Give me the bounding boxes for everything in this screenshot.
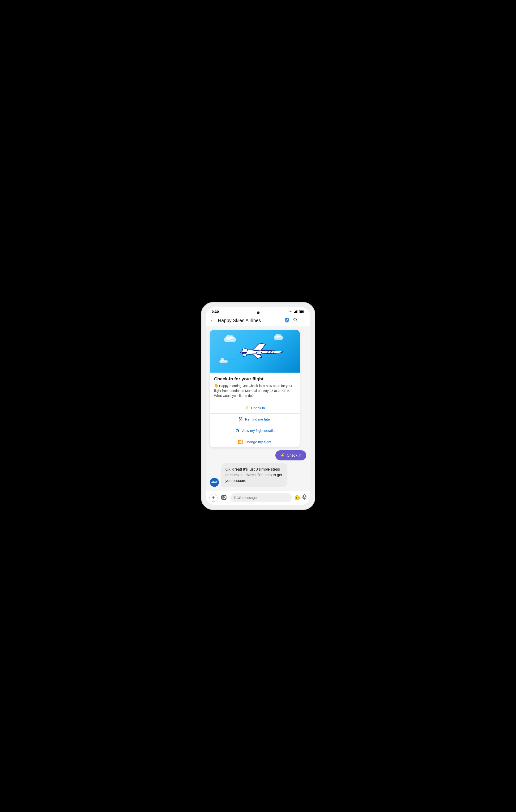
user-message-emoji: ⚡	[280, 453, 285, 458]
input-right-icons: 🙂	[294, 494, 307, 501]
user-message-text: Check in	[287, 453, 301, 458]
svg-rect-1	[295, 311, 296, 313]
remind-label: Remind me later	[245, 417, 271, 421]
back-button[interactable]: ←	[210, 318, 215, 324]
svg-point-12	[267, 351, 268, 352]
card-description: 👋 Happy morning, Jo! Check-in is now ope…	[214, 383, 295, 398]
svg-point-6	[293, 318, 296, 321]
svg-rect-0	[294, 312, 295, 313]
check-in-label: Check in	[251, 406, 265, 410]
more-options-icon[interactable]: ⋮	[302, 318, 306, 323]
attachment-button[interactable]	[220, 494, 228, 502]
svg-rect-3	[297, 310, 298, 313]
app-title: Happy Skies Airlines	[218, 318, 285, 323]
svg-rect-16	[222, 496, 224, 498]
svg-rect-19	[304, 495, 305, 498]
svg-rect-5	[300, 311, 303, 313]
add-button[interactable]: +	[209, 494, 218, 502]
svg-line-7	[296, 321, 297, 322]
svg-point-14	[273, 351, 275, 352]
check-in-emoji: ⚡	[245, 406, 249, 410]
airplane-image	[224, 340, 286, 363]
card-body: Check-in for your flight 👋 Happy morning…	[210, 373, 300, 402]
remind-action[interactable]: ⏰ Remind me later	[210, 414, 300, 425]
svg-point-11	[256, 352, 262, 355]
input-bar: + 🙂	[206, 491, 310, 505]
rich-card: Check-in for your flight 👋 Happy morning…	[210, 330, 300, 447]
view-flight-action[interactable]: ✈️ View my flight details	[210, 425, 300, 436]
phone-frame: 9:30	[201, 302, 315, 510]
bot-avatar-text: AT&T	[211, 481, 218, 484]
change-flight-emoji: 🔀	[238, 440, 243, 444]
emoji-button[interactable]: 🙂	[294, 495, 300, 500]
status-bar: 9:30	[206, 307, 310, 315]
shield-icon[interactable]	[285, 317, 289, 324]
search-icon[interactable]	[293, 318, 298, 323]
user-bubble: ⚡ Check in	[275, 450, 306, 460]
user-message-wrap: ⚡ Check in	[210, 450, 306, 460]
bot-avatar: AT&T	[210, 478, 219, 487]
microphone-button[interactable]	[302, 494, 307, 501]
status-time: 9:30	[212, 310, 219, 314]
phone-screen: 9:30	[206, 307, 310, 505]
check-in-action[interactable]: ⚡ Check in	[210, 402, 300, 413]
app-bar: ← Happy Skies Airlines	[206, 315, 310, 326]
chat-area: Check-in for your flight 👋 Happy morning…	[206, 326, 310, 491]
view-flight-label: View my flight details	[241, 429, 275, 433]
signal-icon	[294, 310, 298, 313]
status-icons	[288, 310, 305, 313]
svg-point-13	[270, 351, 271, 352]
message-input[interactable]	[230, 493, 292, 502]
app-bar-icons: ⋮	[285, 317, 306, 324]
wifi-icon	[288, 310, 293, 313]
camera-dot	[257, 312, 260, 314]
battery-icon	[299, 310, 305, 313]
view-flight-emoji: ✈️	[235, 428, 240, 433]
card-image	[210, 330, 300, 373]
bot-message-text: Ok, great! It's just 3 simple steps to c…	[226, 467, 282, 483]
change-flight-label: Change my flight	[245, 440, 271, 444]
bot-bubble: Ok, great! It's just 3 simple steps to c…	[221, 463, 287, 487]
svg-rect-2	[296, 311, 297, 313]
bot-message-wrap: AT&T Ok, great! It's just 3 simple steps…	[210, 463, 306, 487]
cloud-2	[274, 336, 283, 340]
remind-emoji: ⏰	[238, 417, 243, 422]
change-flight-action[interactable]: 🔀 Change my flight	[210, 436, 300, 447]
card-title: Check-in for your flight	[214, 376, 295, 382]
